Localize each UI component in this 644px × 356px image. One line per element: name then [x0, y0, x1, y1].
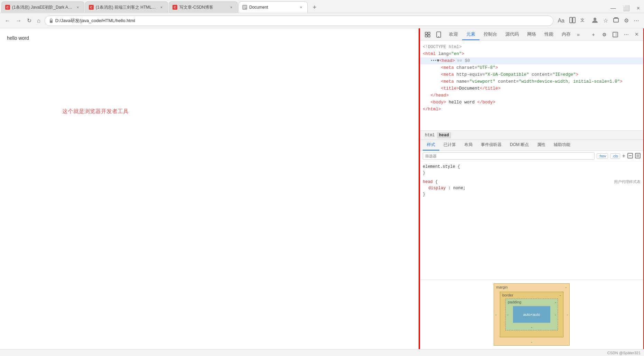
css-selector-head[interactable]: head { [423, 179, 438, 185]
tab-close-4[interactable]: × [298, 4, 304, 10]
box-model: margin - - - - border - [494, 283, 570, 346]
profile-icon[interactable] [590, 15, 600, 26]
hov-button[interactable]: :hov [597, 153, 608, 159]
tab-document[interactable]: Document × [239, 1, 308, 13]
devtools-tab-memory[interactable]: 内存 [558, 29, 575, 40]
split-icon[interactable] [568, 16, 577, 26]
tab-javaee[interactable]: C (1条消息) JavaEE初阶_Dark And ... × [1, 1, 84, 13]
code-line-title[interactable]: <title> Document </title> [420, 85, 643, 92]
url-field[interactable]: D:/Java研发/java_code/HTML/hello.html [45, 16, 554, 26]
devtools-more-button[interactable]: ⋯ [622, 30, 631, 39]
add-style-button[interactable]: + [622, 153, 625, 159]
html-open-tag: <html [423, 51, 436, 57]
style-tab-dom-breakpoints[interactable]: DOM 断点 [506, 140, 533, 150]
devtools-tab-network[interactable]: 网络 [523, 29, 540, 40]
devtools-more-tabs[interactable]: » [575, 30, 582, 39]
css-prop-display[interactable]: display : none; [428, 185, 641, 191]
margin-dash-bottom: - [531, 340, 532, 344]
minimize-button[interactable]: — [608, 5, 619, 11]
css-rule-head-header: head { 用户代理样式表 [423, 179, 641, 185]
code-line-doctype[interactable]: <!DOCTYPE html> [420, 44, 643, 51]
style-icon-2[interactable] [635, 153, 641, 159]
code-line-body[interactable]: <body> hello word </body> [420, 99, 643, 106]
breadcrumb-head[interactable]: head [437, 132, 451, 138]
read-aloud-icon[interactable]: Aa [556, 16, 566, 25]
cls-button[interactable]: .cls [610, 153, 620, 159]
tab-close-1[interactable]: × [75, 4, 81, 10]
devtools-device-button[interactable] [434, 30, 444, 39]
devtools-tab-welcome[interactable]: 欢迎 [445, 29, 462, 40]
breadcrumb-html[interactable]: html [423, 132, 437, 138]
devtools-add-button[interactable]: + [588, 30, 598, 39]
tab-close-2[interactable]: × [159, 4, 164, 10]
tab-close-3[interactable]: × [228, 4, 234, 10]
code-line-head-close[interactable]: </head> [420, 92, 643, 99]
devtools-panel: 欢迎 元素 控制台 源代码 网络 性能 内存 » + ⚙ ⋯ × [419, 28, 644, 349]
user-agent-label: 用户代理样式表 [614, 179, 641, 185]
code-line-html[interactable]: <html lang="en" > [420, 51, 643, 57]
code-line-meta-http-equiv[interactable]: <meta http-equiv="X-UA-Compatible" conte… [420, 71, 643, 78]
window-controls: — ⬜ × [608, 5, 643, 11]
translate-icon[interactable]: 文 [579, 16, 588, 26]
svg-rect-4 [50, 20, 53, 23]
devtools-toolbar-right: + ⚙ ⋯ × [588, 30, 641, 39]
annotation-text: 这个就是浏览器开发者工具 [62, 108, 129, 115]
maximize-button[interactable]: ⬜ [620, 5, 633, 11]
style-tab-properties[interactable]: 属性 [533, 140, 550, 150]
settings-icon[interactable]: ⚙ [623, 16, 630, 25]
devtools-settings-button[interactable]: ⚙ [599, 30, 609, 39]
refresh-button[interactable]: ↻ [26, 16, 33, 25]
forward-button[interactable]: → [15, 16, 23, 25]
more-icon[interactable]: ⋯ [632, 16, 641, 25]
margin-dash-tr: - [565, 285, 567, 289]
devtools-code-panel: <!DOCTYPE html> <html lang="en" > ••• ▼ … [420, 41, 643, 131]
style-tab-accessibility[interactable]: 辅助功能 [550, 140, 575, 150]
style-tab-layout[interactable]: 布局 [460, 140, 477, 150]
devtools-dock-button[interactable] [610, 30, 620, 39]
devtools-tab-performance[interactable]: 性能 [540, 29, 558, 40]
html-close-bracket: > [462, 51, 465, 57]
padding-label: padding [508, 300, 521, 304]
page-text: hello word [7, 35, 412, 41]
css-rule-element-style: element.style { } [423, 164, 641, 176]
back-button[interactable]: ← [3, 16, 12, 25]
main-area: hello word 这个就是浏览器开发者工具 欢迎 元素 控制台 源代码 网络 [0, 28, 644, 349]
content-label: auto×auto [523, 312, 540, 317]
svg-rect-10 [425, 32, 427, 34]
code-line-meta-charset[interactable]: <meta charset="UTF-8" > [420, 64, 643, 71]
code-line-html-close[interactable]: </html> [420, 106, 643, 113]
tab-favicon-1: C [5, 5, 10, 10]
style-tab-event-listeners[interactable]: 事件侦听器 [477, 140, 506, 150]
devtools-inspect-button[interactable] [423, 30, 432, 39]
devtools-tab-sources[interactable]: 源代码 [501, 29, 523, 40]
favorites-icon[interactable]: ☆ [602, 16, 609, 25]
box-model-area: margin - - - - border - [420, 280, 643, 349]
code-line-head[interactable]: ••• ▼ <head> == $0 [420, 57, 643, 64]
code-line-meta-viewport[interactable]: <meta name="viewport" content="width=dev… [420, 78, 643, 85]
style-tab-styles[interactable]: 样式 [423, 140, 439, 150]
tab-html[interactable]: C (1条消息) 前端三剑客之 HTML -... × [85, 1, 168, 13]
border-label: border [502, 293, 513, 297]
address-bar: ← → ↻ ⌂ D:/Java研发/java_code/HTML/hello.h… [0, 13, 644, 28]
margin-label: margin [496, 285, 508, 289]
devtools-tab-console[interactable]: 控制台 [479, 29, 501, 40]
svg-rect-2 [243, 7, 246, 8]
head-dollar: == $0 [457, 57, 470, 64]
collections-icon[interactable] [612, 16, 620, 26]
tab-title-1: (1条消息) JavaEE初阶_Dark And ... [12, 4, 73, 10]
css-selector-element-style[interactable]: element.style { [423, 164, 641, 170]
csdn-watermark: CSDN @Später321 [607, 351, 641, 355]
close-button[interactable]: × [634, 5, 643, 11]
style-filter-input[interactable] [423, 152, 595, 160]
new-tab-button[interactable]: + [310, 2, 319, 12]
devtools-tabs: 欢迎 元素 控制台 源代码 网络 性能 内存 » [445, 29, 587, 40]
devtools-close-button[interactable]: × [633, 30, 641, 39]
head-indent [423, 57, 431, 64]
style-icon-1[interactable] [627, 153, 633, 159]
style-tab-computed[interactable]: 已计算 [439, 140, 460, 150]
svg-rect-13 [428, 35, 430, 37]
devtools-tab-elements[interactable]: 元素 [462, 29, 479, 40]
style-tabs: 样式 已计算 布局 事件侦听器 DOM 断点 属性 辅助功能 [420, 140, 643, 151]
home-button[interactable]: ⌂ [36, 16, 42, 25]
tab-csdn[interactable]: C 写文章-CSDN博客 × [169, 1, 238, 13]
